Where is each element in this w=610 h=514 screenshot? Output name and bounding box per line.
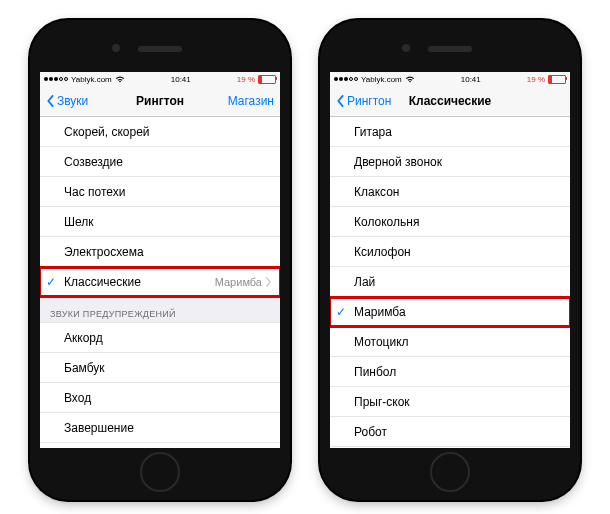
- store-button[interactable]: Магазин: [228, 94, 274, 108]
- carrier-label: Yablyk.com: [71, 75, 112, 84]
- list-item-label: Колокольня: [354, 215, 419, 229]
- list-item-label: Вход: [64, 391, 91, 405]
- nav-bar: Звуки Рингтон Магазин: [40, 86, 280, 117]
- list-item[interactable]: Мотоцикл: [330, 327, 570, 357]
- chevron-left-icon: [336, 95, 345, 107]
- list-item[interactable]: Час потехи: [40, 177, 280, 207]
- list-item[interactable]: Клаксон: [330, 177, 570, 207]
- list-item-label: Мотоцикл: [354, 335, 409, 349]
- list-item-label: Гитара: [354, 125, 392, 139]
- chevron-left-icon: [46, 95, 55, 107]
- list-item-label: Бамбук: [64, 361, 105, 375]
- screen-right: Yablyk.com 10:41 19 % Рингтон Классическ…: [330, 72, 570, 448]
- clock-label: 10:41: [461, 75, 481, 84]
- list-item-label: Завершение: [64, 421, 134, 435]
- list-item[interactable]: Гитара: [330, 117, 570, 147]
- list-item[interactable]: Бамбук: [40, 353, 280, 383]
- back-button[interactable]: Звуки: [46, 94, 88, 108]
- list-item-label: Час потехи: [64, 185, 125, 199]
- list-item[interactable]: Робот: [330, 417, 570, 447]
- chevron-right-icon: [265, 277, 272, 287]
- back-label: Звуки: [57, 94, 88, 108]
- list-item-label: Лай: [354, 275, 375, 289]
- carrier-label: Yablyk.com: [361, 75, 402, 84]
- list-item-detail: Маримба: [215, 276, 272, 288]
- list-item-label: Шелк: [64, 215, 94, 229]
- list-item-label: Аккорд: [64, 331, 103, 345]
- detail-text: Маримба: [215, 276, 262, 288]
- battery-pct-label: 19 %: [527, 75, 545, 84]
- list-item[interactable]: Аккорд: [40, 323, 280, 353]
- list-item-label: Робот: [354, 425, 387, 439]
- nav-bar: Рингтон Классические: [330, 86, 570, 117]
- battery-icon: [548, 75, 566, 84]
- screen-left: Yablyk.com 10:41 19 % Звуки Рингтон Мага…: [40, 72, 280, 448]
- list-item-label: Ксилофон: [354, 245, 411, 259]
- phone-frame-left: Yablyk.com 10:41 19 % Звуки Рингтон Мага…: [30, 20, 290, 500]
- list-item[interactable]: Прыг-скок: [330, 387, 570, 417]
- battery-pct-label: 19 %: [237, 75, 255, 84]
- list-item-label: Пинбол: [354, 365, 396, 379]
- wifi-icon: [405, 75, 415, 83]
- camera-dot: [112, 44, 120, 52]
- home-button[interactable]: [430, 452, 470, 492]
- status-bar: Yablyk.com 10:41 19 %: [40, 72, 280, 86]
- list-item-label: Электросхема: [64, 245, 144, 259]
- status-bar: Yablyk.com 10:41 19 %: [330, 72, 570, 86]
- back-button[interactable]: Рингтон: [336, 94, 391, 108]
- list-item[interactable]: Созвездие: [40, 147, 280, 177]
- section-header: ЗВУКИ ПРЕДУПРЕЖДЕНИЙ: [40, 297, 280, 323]
- list-item[interactable]: Сверчок: [330, 447, 570, 448]
- list-item[interactable]: Скорей, скорей: [40, 117, 280, 147]
- speaker-slot: [138, 46, 182, 52]
- ringtone-list: Скорей, скорейСозвездиеЧас потехиШелкЭле…: [40, 117, 280, 443]
- list-item[interactable]: Лай: [330, 267, 570, 297]
- list-item-label: Прыг-скок: [354, 395, 410, 409]
- list-item-label: Дверной звонок: [354, 155, 442, 169]
- classic-list: ГитараДверной звонокКлаксонКолокольняКси…: [330, 117, 570, 448]
- list-item-label: Скорей, скорей: [64, 125, 150, 139]
- list-item[interactable]: Дверной звонок: [330, 147, 570, 177]
- list-item[interactable]: Шелк: [40, 207, 280, 237]
- battery-icon: [258, 75, 276, 84]
- list-item[interactable]: Ксилофон: [330, 237, 570, 267]
- camera-dot: [402, 44, 410, 52]
- list-item[interactable]: Колокольня: [330, 207, 570, 237]
- checkmark-icon: ✓: [336, 305, 346, 319]
- list-item[interactable]: ✓Маримба: [330, 297, 570, 327]
- list-item-label: Маримба: [354, 305, 406, 319]
- list-item-label: Классические: [64, 275, 141, 289]
- signal-dots-icon: [44, 77, 68, 81]
- checkmark-icon: ✓: [46, 275, 56, 289]
- list-item[interactable]: ✓КлассическиеМаримба: [40, 267, 280, 297]
- signal-dots-icon: [334, 77, 358, 81]
- home-button[interactable]: [140, 452, 180, 492]
- list-item-label: Созвездие: [64, 155, 123, 169]
- list-item[interactable]: Электросхема: [40, 237, 280, 267]
- list-item-label: Клаксон: [354, 185, 400, 199]
- list-item[interactable]: Вход: [40, 383, 280, 413]
- list-item[interactable]: Пинбол: [330, 357, 570, 387]
- back-label: Рингтон: [347, 94, 391, 108]
- speaker-slot: [428, 46, 472, 52]
- wifi-icon: [115, 75, 125, 83]
- phone-frame-right: Yablyk.com 10:41 19 % Рингтон Классическ…: [320, 20, 580, 500]
- clock-label: 10:41: [171, 75, 191, 84]
- list-item[interactable]: Завершение: [40, 413, 280, 443]
